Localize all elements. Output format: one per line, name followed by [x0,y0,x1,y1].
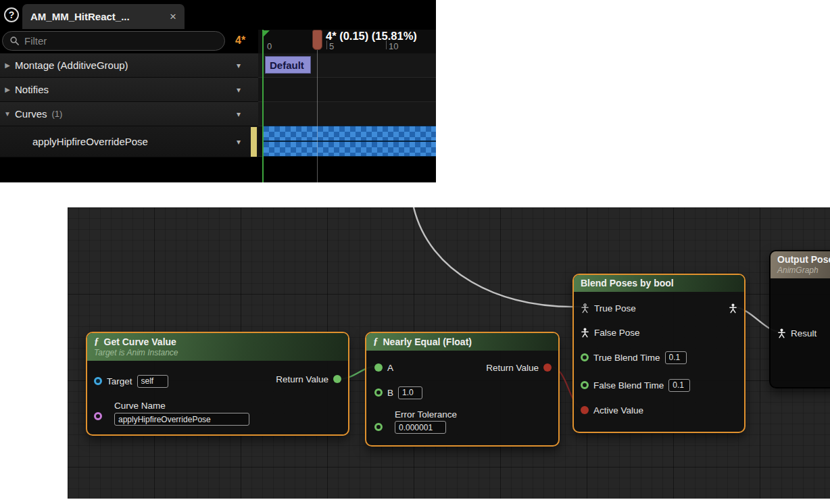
pose-pin-out-icon[interactable] [729,303,737,313]
close-icon[interactable]: × [170,10,176,24]
pin-return-bool[interactable] [543,363,552,372]
timeline-start-flag [264,30,270,36]
curve-name-field[interactable] [114,413,249,426]
chevron-right-icon[interactable]: ▶ [0,61,15,69]
montage-panel: ? AM_MM_HitReact_... × 4* ▶ Montage (Add… [0,0,436,182]
pin-label: A [387,363,393,373]
function-icon: ƒ [94,336,99,347]
pin-label: B [387,388,393,398]
search-icon [9,36,20,46]
chevron-down-icon[interactable]: ▾ [237,109,241,119]
row-label: Notifies [15,84,49,95]
chevron-down-icon[interactable]: ▾ [237,61,241,70]
pin-label: Target [107,376,132,386]
chevron-down-icon[interactable]: ▾ [237,137,241,147]
montage-section-default[interactable]: Default [265,56,311,74]
pin-curve-name[interactable] [94,412,102,420]
pin-label: Return Value [486,363,539,373]
timeline-start-line [262,30,264,182]
wire-pose-top [414,207,581,307]
pose-pin-result-icon[interactable] [777,328,786,338]
pin-label: Return Value [276,374,328,384]
row-curve-applyhipfireoverridepose[interactable]: applyHipfireOverridePose ▾ [0,126,258,157]
node-title: Get Curve Value [104,336,176,347]
node-header[interactable]: Blend Poses by bool [574,275,744,292]
row-label: Curves [15,108,47,120]
pin-label: False Blend Time [593,380,664,390]
pin-label: True Blend Time [593,353,660,363]
asset-tab[interactable]: AM_MM_HitReact_... × [22,4,185,29]
pose-pin-false-icon[interactable] [581,328,589,338]
node-nearly-equal[interactable]: ƒ Nearly Equal (Float) A Return Value B … [365,332,560,447]
pin-true-blend-time[interactable] [581,353,589,361]
playhead-marker[interactable] [312,30,322,50]
filter-badge: 4* [235,34,245,47]
pin-false-blend-time[interactable] [581,381,589,389]
row-curves[interactable]: ▼ Curves (1) ▾ [0,102,258,126]
node-output-pose[interactable]: Output Pose AnimGraph Result [769,250,830,388]
node-subtitle: AnimGraph [777,266,830,275]
node-blend-poses-by-bool[interactable]: Blend Poses by bool True Pose False Pose… [572,274,746,433]
tick-label: 10 [389,41,398,51]
row-count: (1) [52,109,63,119]
node-header[interactable]: ƒ Nearly Equal (Float) [366,333,558,351]
node-header[interactable]: Output Pose AnimGraph [771,251,830,278]
pin-b-float[interactable] [374,388,383,397]
pin-label: True Pose [594,303,636,313]
timeline[interactable]: 0 5 10 Default 4* (0.15) (15.81%) [258,0,436,182]
node-header[interactable]: ƒ Get Curve Value Target is Anim Instanc… [87,333,348,361]
function-icon: ƒ [373,336,379,347]
animgraph-canvas[interactable]: ƒ Get Curve Value Target is Anim Instanc… [68,207,830,499]
tick-label: 5 [329,41,334,51]
chevron-right-icon[interactable]: ▶ [0,86,15,93]
pose-pin-true-icon[interactable] [581,303,589,313]
pin-label: Active Value [593,405,643,415]
curve-track-strip[interactable] [264,126,436,157]
filter-box[interactable] [2,31,225,51]
playhead-line [317,30,318,182]
pin-label: Result [791,328,816,338]
pin-target-object[interactable] [94,377,102,385]
playhead-readout: 4* (0.15) (15.81%) [326,30,417,43]
curve-checker-band [264,126,436,141]
timeline-track[interactable] [258,78,436,102]
node-title: Blend Poses by bool [581,278,674,288]
asset-tab-title: AM_MM_HitReact_... [30,11,164,22]
row-label: applyHipfireOverridePose [32,136,148,147]
curve-color-bar [251,127,257,157]
node-title: Output Pose [777,254,830,265]
row-label: Montage (AdditiveGroup) [15,59,128,71]
pin-a-float[interactable] [374,363,383,372]
row-notifies[interactable]: ▶ Notifies ▾ [0,78,258,102]
pin-label: Error Tolerance [395,409,457,420]
pin-return-float[interactable] [333,375,341,383]
pin-active-value-bool[interactable] [581,406,589,414]
pin-error-tolerance[interactable] [374,423,383,431]
tolerance-value-field[interactable] [395,421,446,434]
pin-label: False Pose [594,328,640,338]
chevron-down-icon[interactable]: ▾ [237,85,241,95]
node-title: Nearly Equal (Float) [383,336,472,347]
chevron-expanded-icon[interactable]: ▼ [0,110,15,118]
row-montage-group[interactable]: ▶ Montage (AdditiveGroup) ▾ [0,53,258,78]
node-subtitle: Target is Anim Instance [94,348,341,357]
b-value-field[interactable] [398,386,422,399]
target-value-field[interactable] [137,375,168,388]
false-blend-time-field[interactable] [668,379,690,392]
filter-input[interactable] [24,35,218,47]
tick-label: 0 [267,41,272,51]
node-get-curve-value[interactable]: ƒ Get Curve Value Target is Anim Instanc… [86,332,349,436]
help-icon[interactable]: ? [4,7,19,22]
true-blend-time-field[interactable] [665,351,687,364]
pin-label: Curve Name [114,401,166,411]
curve-checker-band [264,142,436,156]
timeline-track[interactable] [258,102,436,126]
